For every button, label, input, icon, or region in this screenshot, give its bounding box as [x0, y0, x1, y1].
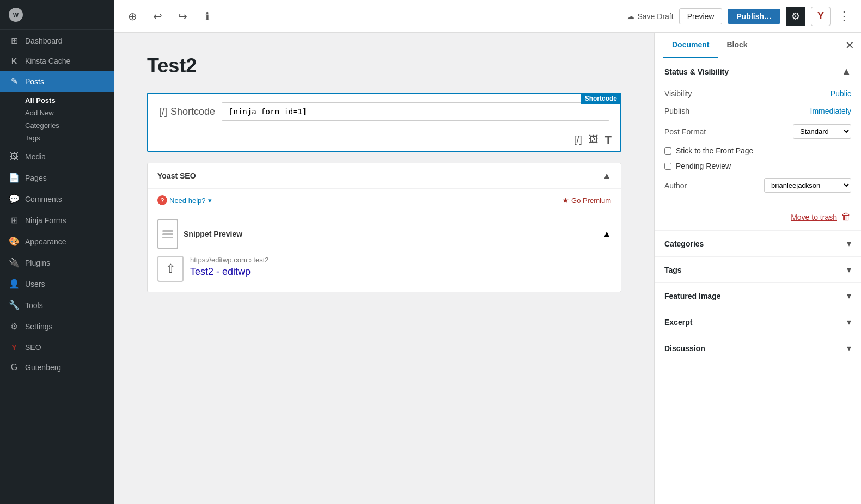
save-draft-button[interactable]: ☁ Save Draft — [627, 12, 674, 21]
trash-row: Move to trash 🗑 — [655, 206, 861, 230]
status-visibility-header[interactable]: Status & Visibility ▲ — [655, 58, 861, 85]
trash-icon[interactable]: 🗑 — [841, 211, 851, 223]
sidebar-item-dashboard[interactable]: ⊞ Dashboard — [0, 30, 114, 51]
topbar-right: ☁ Save Draft Preview Publish… ⚙ Y ⋮ — [627, 7, 853, 26]
sidebar-item-kinsta-cache[interactable]: K Kinsta Cache — [0, 51, 114, 71]
shortcode-toolbar-icon[interactable]: [/] — [574, 134, 582, 146]
discussion-title: Discussion — [664, 344, 705, 353]
sidebar-item-seo[interactable]: Y SEO — [0, 337, 114, 357]
tags-chevron-icon: ▾ — [847, 265, 851, 275]
tags-title: Tags — [664, 266, 682, 274]
yoast-header[interactable]: Yoast SEO ▲ — [148, 163, 621, 189]
need-help-link[interactable]: ? Need help? ▾ — [157, 195, 212, 205]
help-icon: ? — [157, 195, 167, 205]
sidebar-item-label: Appearance — [25, 237, 66, 246]
appearance-icon: 🎨 — [9, 236, 20, 247]
redo-button[interactable]: ↪ — [173, 7, 192, 26]
excerpt-section[interactable]: Excerpt ▾ — [655, 309, 861, 335]
sidebar-item-label: Settings — [25, 322, 53, 331]
posts-icon: ✎ — [9, 76, 20, 87]
info-icon: ℹ — [205, 10, 210, 23]
sidebar-item-settings[interactable]: ⚙ Settings — [0, 316, 114, 337]
post-title[interactable]: Test2 — [147, 54, 621, 77]
publish-button[interactable]: Publish… — [728, 9, 780, 24]
excerpt-chevron-icon: ▾ — [847, 317, 851, 327]
tools-icon: 🔧 — [9, 300, 20, 310]
ninja-forms-icon: ⊞ — [9, 215, 20, 225]
sidebar-item-users[interactable]: 👤 Users — [0, 273, 114, 294]
categories-section[interactable]: Categories ▾ — [655, 231, 861, 257]
info-button[interactable]: ℹ — [198, 7, 217, 26]
tab-block[interactable]: Block — [718, 33, 756, 58]
snippet-collapse-icon[interactable]: ▲ — [602, 229, 611, 239]
save-draft-label: Save Draft — [638, 12, 674, 21]
status-visibility-collapse-icon: ▲ — [841, 66, 851, 77]
featured-image-section[interactable]: Featured Image ▾ — [655, 283, 861, 309]
sidebar-item-tools[interactable]: 🔧 Tools — [0, 294, 114, 316]
sidebar-item-appearance[interactable]: 🎨 Appearance — [0, 231, 114, 252]
pages-icon: 📄 — [9, 173, 20, 183]
visibility-link[interactable]: Public — [831, 89, 851, 98]
gutenberg-icon: G — [9, 362, 20, 372]
discussion-section[interactable]: Discussion ▾ — [655, 335, 861, 361]
sidebar-item-comments[interactable]: 💬 Comments — [0, 188, 114, 210]
snippet-header: Snippet Preview ▲ — [157, 212, 611, 256]
settings-icon: ⚙ — [9, 321, 20, 331]
tab-document[interactable]: Document — [663, 33, 718, 58]
undo-button[interactable]: ↩ — [148, 7, 167, 26]
sidebar-sub-categories[interactable]: Categories — [25, 119, 114, 132]
author-row: Author brianleejackson — [664, 174, 851, 197]
go-premium-link[interactable]: ★ Go Premium — [562, 196, 611, 205]
preview-button[interactable]: Preview — [679, 8, 723, 24]
sidebar-item-posts[interactable]: ✎ Posts — [0, 71, 114, 92]
sidebar-item-label: Tools — [25, 301, 43, 310]
text-toolbar-icon[interactable]: T — [605, 134, 612, 146]
sidebar-sub-add-new[interactable]: Add New — [25, 107, 114, 119]
more-options-button[interactable]: ⋮ — [836, 9, 852, 23]
pending-review-row: Pending Review — [664, 158, 851, 174]
excerpt-title: Excerpt — [664, 318, 692, 327]
editor-settings-button[interactable]: ⚙ — [786, 7, 805, 26]
featured-image-title: Featured Image — [664, 292, 720, 300]
post-format-value: Standard Aside Gallery Link Image Quote … — [793, 124, 851, 139]
panel-tabs: Document Block ✕ — [655, 33, 861, 58]
tags-section[interactable]: Tags ▾ — [655, 257, 861, 283]
shortcode-bracket-icon: [/] — [159, 106, 167, 118]
visibility-value: Public — [831, 89, 851, 98]
sidebar-item-ninja-forms[interactable]: ⊞ Ninja Forms — [0, 210, 114, 231]
snippet-preview-device-icon — [157, 219, 178, 249]
sidebar-item-pages[interactable]: 📄 Pages — [0, 167, 114, 188]
publish-value-link[interactable]: Immediately — [810, 107, 851, 115]
sidebar-item-media[interactable]: 🖼 Media — [0, 146, 114, 167]
sidebar-item-plugins[interactable]: 🔌 Plugins — [0, 252, 114, 273]
categories-chevron-icon: ▾ — [847, 238, 851, 249]
author-select[interactable]: brianleejackson — [764, 178, 851, 193]
publish-label: Publish… — [736, 12, 772, 21]
sidebar-sub-all-posts[interactable]: All Posts — [25, 94, 114, 107]
add-block-button[interactable]: ⊕ — [123, 7, 142, 26]
dashboard-icon: ⊞ — [9, 35, 20, 46]
snippet-post-title[interactable]: Test2 - editwp — [190, 266, 611, 278]
pending-review-checkbox[interactable] — [664, 163, 671, 170]
snippet-content: https://editwp.com › test2 Test2 - editw… — [190, 256, 611, 282]
stick-to-front-checkbox[interactable] — [664, 147, 671, 155]
sidebar-item-gutenberg[interactable]: G Gutenberg — [0, 357, 114, 378]
sidebar-item-label: Posts — [25, 77, 44, 86]
share-icon: ⇧ — [166, 262, 175, 276]
panel-close-button[interactable]: ✕ — [845, 39, 854, 52]
sidebar-sub-tags[interactable]: Tags — [25, 132, 114, 144]
block-toolbar: [/] 🖼 T — [148, 130, 620, 151]
shortcode-text-label: Shortcode — [170, 106, 215, 118]
snippet-url: https://editwp.com › test2 — [190, 256, 611, 264]
plugins-icon: 🔌 — [9, 257, 20, 268]
move-to-trash-link[interactable]: Move to trash — [791, 213, 837, 222]
shortcode-input[interactable] — [222, 102, 609, 121]
sidebar-item-label: Media — [25, 152, 46, 161]
yoast-button[interactable]: Y — [811, 7, 831, 26]
shortcode-icon-label: [/] Shortcode — [159, 106, 215, 118]
post-format-select[interactable]: Standard Aside Gallery Link Image Quote … — [793, 124, 851, 139]
wp-logo: W — [9, 8, 23, 22]
seo-icon: Y — [9, 342, 20, 352]
image-toolbar-icon[interactable]: 🖼 — [589, 134, 599, 146]
more-icon: ⋮ — [838, 9, 850, 23]
